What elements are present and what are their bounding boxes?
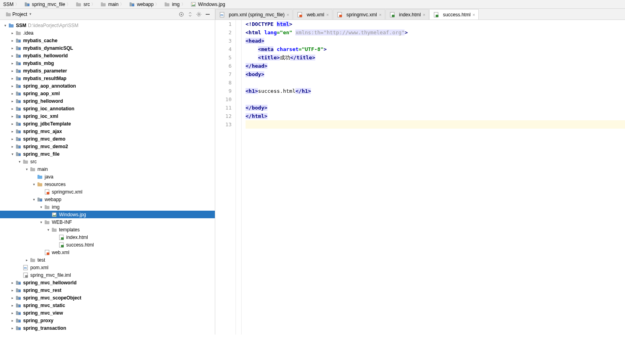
tree-node-spring-mvc-ajax[interactable]: ▸spring_mvc_ajax — [0, 127, 215, 135]
expand-icon[interactable]: ▾ — [25, 167, 29, 171]
close-icon[interactable]: × — [287, 12, 289, 17]
project-tree[interactable]: ▾SSMD:\ideaPorject\Apr\SSM▸.idea▸mybatis… — [0, 20, 215, 335]
tree-node-index-html[interactable]: index.html — [0, 233, 215, 241]
tree-node-spring-aop-xml[interactable]: ▸spring_aop_xml — [0, 90, 215, 97]
code-line[interactable]: <title>成功</title> — [246, 53, 625, 62]
expand-icon[interactable]: ▸ — [10, 69, 14, 73]
close-icon[interactable]: × — [379, 12, 381, 17]
expand-icon[interactable]: ▾ — [32, 198, 36, 202]
tree-node-mybatis-resultmap[interactable]: ▸mybatis_resultMap — [0, 74, 215, 82]
code-line[interactable]: </body> — [246, 104, 625, 112]
tab-index-html[interactable]: index.html× — [385, 9, 429, 20]
expand-icon[interactable]: ▾ — [3, 23, 7, 27]
tree-node-spring-aop-annotation[interactable]: ▸spring_aop_annotation — [0, 82, 215, 90]
code-line[interactable]: <html lang="en" xmlns:th="http://www.thy… — [246, 28, 625, 37]
tree-node-web-inf[interactable]: ▾WEB-INF — [0, 218, 215, 226]
tree-node-mybatis-helloworld[interactable]: ▸mybatis_helloworld — [0, 52, 215, 59]
breadcrumb-item[interactable]: webapp〉 — [127, 2, 162, 7]
expand-icon[interactable]: ▸ — [10, 54, 14, 58]
breadcrumb-item[interactable]: img〉 — [162, 2, 188, 7]
expand-icon[interactable]: ▸ — [10, 137, 14, 141]
tree-node-success-html[interactable]: success.html — [0, 241, 215, 249]
expand-icon[interactable]: ▾ — [39, 205, 43, 209]
expand-icon[interactable]: ▾ — [18, 160, 22, 164]
tree-node-pom-xml[interactable]: pom.xml — [0, 264, 215, 271]
expand-icon[interactable]: ▸ — [10, 145, 14, 149]
tree-node-spring-jdbctemplate[interactable]: ▸spring_jdbcTemplate — [0, 120, 215, 127]
tree-node-mybatis-dynamicsql[interactable]: ▸mybatis_dynamicSQL — [0, 44, 215, 52]
code-line[interactable]: </html> — [246, 112, 625, 120]
tree-node-spring-proxy[interactable]: ▸spring_proxy — [0, 317, 215, 324]
tree-node-spring-mvc-file-iml[interactable]: spring_mvc_file.iml — [0, 271, 215, 279]
tree-node-windows-jpg[interactable]: Windows.jpg — [0, 211, 215, 218]
tree-node-ssm[interactable]: ▾SSMD:\ideaPorject\Apr\SSM — [0, 22, 215, 29]
code-line[interactable]: <meta charset="UTF-8"> — [246, 45, 625, 53]
code-line[interactable]: <h1>success.html</h1> — [246, 87, 625, 95]
expand-icon[interactable]: ▸ — [10, 92, 14, 96]
tab-success-html[interactable]: success.html× — [429, 9, 479, 20]
expand-icon[interactable]: ▾ — [39, 220, 43, 224]
tab-pom-xml--spring-mvc-file-[interactable]: pom.xml (spring_mvc_file)× — [215, 9, 293, 20]
tree-node-mybatis-parameter[interactable]: ▸mybatis_parameter — [0, 67, 215, 74]
code-line[interactable]: <!DOCTYPE html> — [246, 20, 625, 28]
code-line[interactable] — [246, 95, 625, 104]
expand-icon[interactable]: ▸ — [10, 39, 14, 43]
expand-icon[interactable]: ▸ — [10, 122, 14, 126]
tree-node-spring-mvc-scopeobject[interactable]: ▸spring_mvc_scopeObject — [0, 294, 215, 301]
tree-node-templates[interactable]: ▾templates — [0, 226, 215, 233]
expand-icon[interactable]: ▸ — [10, 31, 14, 35]
tree-node-webapp[interactable]: ▾webapp — [0, 196, 215, 203]
code-line[interactable]: </head> — [246, 62, 625, 70]
expand-icon[interactable]: ▸ — [10, 114, 14, 118]
tree-node-spring-mvc-helloworld[interactable]: ▸spring_mvc_helloworld — [0, 279, 215, 286]
expand-all-icon[interactable] — [186, 10, 194, 18]
expand-icon[interactable]: ▸ — [10, 84, 14, 88]
tree-node-test[interactable]: ▸test — [0, 256, 215, 264]
breadcrumb-item[interactable]: Windows.jpg — [189, 2, 227, 7]
tree-node-spring-mvc-demo[interactable]: ▸spring_mvc_demo — [0, 135, 215, 143]
breadcrumb-item[interactable]: SSM〉 — [2, 2, 22, 7]
tree-node-spring-mvc-rest[interactable]: ▸spring_mvc_rest — [0, 286, 215, 294]
tree-node-java[interactable]: java — [0, 173, 215, 180]
tree-node-spring-mvc-static[interactable]: ▸spring_mvc_static — [0, 301, 215, 309]
code-content[interactable]: <!DOCTYPE html><html lang="en" xmlns:th=… — [242, 20, 625, 335]
settings-gear-icon[interactable] — [195, 10, 203, 18]
hide-tool-icon[interactable] — [204, 10, 212, 18]
breadcrumb-item[interactable]: src〉 — [74, 2, 98, 7]
breadcrumb-item[interactable]: main〉 — [98, 2, 127, 7]
tree-node-img[interactable]: ▾img — [0, 203, 215, 211]
expand-icon[interactable]: ▸ — [10, 326, 14, 330]
expand-icon[interactable]: ▸ — [10, 76, 14, 80]
tab-springmvc-xml[interactable]: springmvc.xml× — [333, 9, 385, 20]
tree-node-spring-helloword[interactable]: ▸spring_helloword — [0, 97, 215, 105]
tree-node-springmvc-xml[interactable]: springmvc.xml — [0, 188, 215, 196]
tree-node-spring-mvc-view[interactable]: ▸spring_mvc_view — [0, 309, 215, 317]
expand-icon[interactable]: ▸ — [10, 99, 14, 103]
code-line[interactable] — [246, 120, 625, 129]
close-icon[interactable]: × — [423, 12, 425, 17]
expand-icon[interactable]: ▾ — [10, 152, 14, 156]
tree-node-spring-ioc-annotation[interactable]: ▸spring_ioc_annotation — [0, 105, 215, 112]
expand-icon[interactable]: ▾ — [46, 228, 50, 232]
tree-node-spring-ioc-xml[interactable]: ▸spring_ioc_xml — [0, 112, 215, 120]
expand-icon[interactable]: ▸ — [10, 107, 14, 111]
tree-node-web-xml[interactable]: web.xml — [0, 249, 215, 256]
expand-icon[interactable]: ▸ — [10, 281, 14, 285]
tree-node-mybatis-cache[interactable]: ▸mybatis_cache — [0, 37, 215, 44]
tree-node-src[interactable]: ▾src — [0, 158, 215, 165]
code-editor[interactable]: 12345678910111213 <!DOCTYPE html><html l… — [215, 20, 625, 335]
code-line[interactable]: <head> — [246, 37, 625, 45]
tab-web-xml[interactable]: web.xml× — [293, 9, 332, 20]
breadcrumb-item[interactable]: spring_mvc_file〉 — [22, 2, 74, 7]
close-icon[interactable]: × — [473, 12, 475, 17]
expand-icon[interactable]: ▸ — [10, 129, 14, 133]
tree-node-main[interactable]: ▾main — [0, 165, 215, 173]
tree-node-mybatis-mbg[interactable]: ▸mybatis_mbg — [0, 59, 215, 67]
code-line[interactable] — [246, 78, 625, 87]
code-line[interactable]: <body> — [246, 70, 625, 78]
expand-icon[interactable]: ▸ — [10, 61, 14, 65]
expand-icon[interactable]: ▸ — [10, 311, 14, 315]
tree-node-resources[interactable]: ▾resources — [0, 180, 215, 188]
expand-icon[interactable]: ▸ — [10, 288, 14, 292]
expand-icon[interactable]: ▸ — [10, 319, 14, 323]
